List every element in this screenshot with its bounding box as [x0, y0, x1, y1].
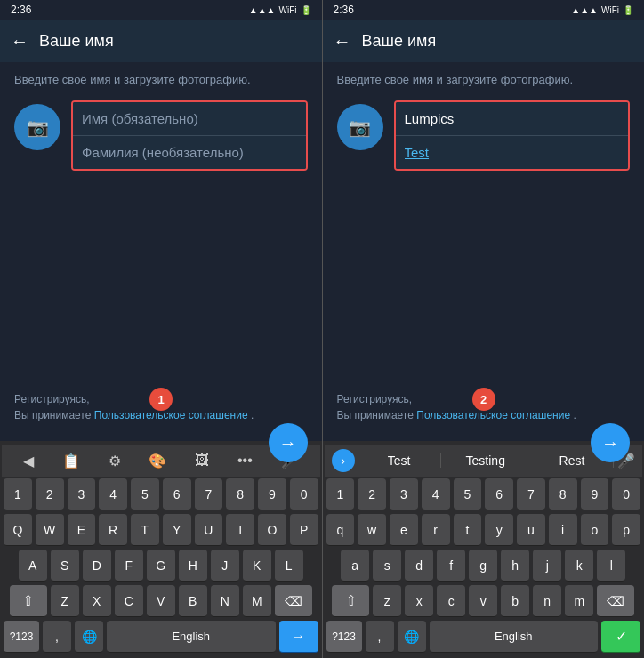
suggestion-testing[interactable]: Testing [445, 453, 527, 468]
kb2-key-1[interactable]: 1 [326, 478, 355, 510]
kb2-key-w[interactable]: w [358, 514, 386, 546]
kb2-key-2[interactable]: 2 [358, 478, 386, 510]
kb2-key-n[interactable]: n [533, 585, 561, 617]
kb-key-x[interactable]: X [83, 585, 111, 617]
kb2-key-l[interactable]: l [597, 550, 625, 582]
kb2-key-c[interactable]: c [437, 585, 465, 617]
kb-key-6[interactable]: 6 [163, 478, 191, 510]
kb2-key-o[interactable]: o [581, 514, 609, 546]
kb-more-btn[interactable]: ••• [234, 451, 256, 470]
kb-key-i[interactable]: I [226, 514, 254, 546]
kb-forward-btn-2[interactable]: › [332, 449, 355, 472]
kb-key-k[interactable]: K [243, 550, 271, 582]
kb2-key-5[interactable]: 5 [454, 478, 482, 510]
last-name-input-1[interactable] [73, 136, 306, 169]
kb-key-h[interactable]: H [179, 550, 207, 582]
kb-key-f[interactable]: F [115, 550, 143, 582]
kb2-key-q[interactable]: q [326, 514, 355, 546]
kb-enter-2[interactable]: ✓ [601, 621, 640, 653]
kb-key-4[interactable]: 4 [99, 478, 127, 510]
kb2-key-j[interactable]: j [533, 550, 561, 582]
kb-key-r[interactable]: R [99, 514, 127, 546]
kb-sym-1[interactable]: ?123 [4, 621, 39, 653]
kb2-key-z[interactable]: z [373, 585, 401, 617]
kb-key-9[interactable]: 9 [258, 478, 286, 510]
kb-key-y[interactable]: Y [163, 514, 191, 546]
kb2-key-6[interactable]: 6 [485, 478, 513, 510]
kb-key-7[interactable]: 7 [195, 478, 223, 510]
kb2-key-p[interactable]: p [612, 514, 640, 546]
kb-key-v[interactable]: V [147, 585, 175, 617]
kb2-key-k[interactable]: k [565, 550, 593, 582]
kb-comma-2[interactable]: , [366, 621, 394, 653]
kb-key-0[interactable]: 0 [290, 478, 318, 510]
last-name-input-2[interactable] [396, 136, 629, 169]
kb-key-s[interactable]: S [51, 550, 79, 582]
kb-image-btn[interactable]: 🖼 [191, 451, 213, 470]
kb-enter-1[interactable]: → [279, 621, 318, 653]
kb2-key-y[interactable]: y [485, 514, 513, 546]
kb2-key-h[interactable]: h [501, 550, 529, 582]
first-name-input-2[interactable] [396, 102, 629, 136]
first-name-input-1[interactable] [73, 102, 306, 136]
kb-key-z[interactable]: Z [51, 585, 79, 617]
kb2-key-i[interactable]: i [549, 514, 577, 546]
kb2-key-u[interactable]: u [517, 514, 545, 546]
kb-shift-1[interactable]: ⇧ [10, 585, 47, 617]
kb-globe-2[interactable]: 🌐 [398, 621, 426, 653]
kb-globe-1[interactable]: 🌐 [75, 621, 103, 653]
kb-key-j[interactable]: J [211, 550, 239, 582]
kb-key-8[interactable]: 8 [226, 478, 254, 510]
kb-key-t[interactable]: T [131, 514, 159, 546]
kb2-key-x[interactable]: x [405, 585, 433, 617]
kb-sym-2[interactable]: ?123 [326, 621, 362, 653]
kb2-key-3[interactable]: 3 [390, 478, 418, 510]
kb2-key-0[interactable]: 0 [612, 478, 640, 510]
kb2-key-e[interactable]: e [390, 514, 418, 546]
kb2-key-b[interactable]: b [501, 585, 529, 617]
kb-key-c[interactable]: C [115, 585, 143, 617]
kb-settings-btn[interactable]: ⚙ [105, 451, 125, 471]
kb2-key-f[interactable]: f [437, 550, 465, 582]
kb-back-btn[interactable]: ◀ [20, 451, 37, 471]
kb2-key-r[interactable]: r [422, 514, 450, 546]
kb-space-2[interactable]: English [430, 621, 599, 653]
avatar-button-1[interactable]: 📷 [14, 104, 60, 150]
kb-delete-1[interactable]: ⌫ [275, 585, 312, 617]
suggestion-test[interactable]: Test [358, 453, 441, 468]
kb2-key-v[interactable]: v [469, 585, 497, 617]
avatar-button-2[interactable]: 📷 [337, 104, 383, 150]
kb-key-l[interactable]: L [275, 550, 303, 582]
kb-key-1[interactable]: 1 [4, 478, 32, 510]
kb2-key-a[interactable]: a [341, 550, 369, 582]
kb-delete-2[interactable]: ⌫ [597, 585, 634, 617]
back-button-2[interactable]: ← [334, 31, 351, 52]
kb-key-e[interactable]: E [68, 514, 96, 546]
kb-key-m[interactable]: M [243, 585, 271, 617]
kb2-key-s[interactable]: s [373, 550, 401, 582]
kb-theme-btn[interactable]: 🎨 [145, 451, 170, 471]
back-button-1[interactable]: ← [11, 31, 28, 52]
kb-key-d[interactable]: D [83, 550, 111, 582]
kb-key-b[interactable]: B [179, 585, 207, 617]
kb-key-q[interactable]: Q [4, 514, 32, 546]
kb-key-w[interactable]: W [36, 514, 64, 546]
kb-key-2[interactable]: 2 [36, 478, 64, 510]
kb-shift-2[interactable]: ⇧ [332, 585, 369, 617]
next-button-1[interactable]: → [269, 423, 308, 462]
kb-key-g[interactable]: G [147, 550, 175, 582]
kb2-key-7[interactable]: 7 [517, 478, 545, 510]
kb-clipboard-btn[interactable]: 📋 [59, 451, 84, 471]
kb-key-3[interactable]: 3 [68, 478, 96, 510]
kb2-key-t[interactable]: t [454, 514, 482, 546]
kb2-key-4[interactable]: 4 [422, 478, 450, 510]
kb-key-5[interactable]: 5 [131, 478, 159, 510]
kb2-key-9[interactable]: 9 [581, 478, 609, 510]
next-button-2[interactable]: → [591, 423, 630, 462]
kb-key-a[interactable]: A [19, 550, 47, 582]
kb-key-o[interactable]: O [258, 514, 286, 546]
kb2-key-8[interactable]: 8 [549, 478, 577, 510]
kb2-key-d[interactable]: d [405, 550, 433, 582]
kb-key-n[interactable]: N [211, 585, 239, 617]
kb2-key-g[interactable]: g [469, 550, 497, 582]
